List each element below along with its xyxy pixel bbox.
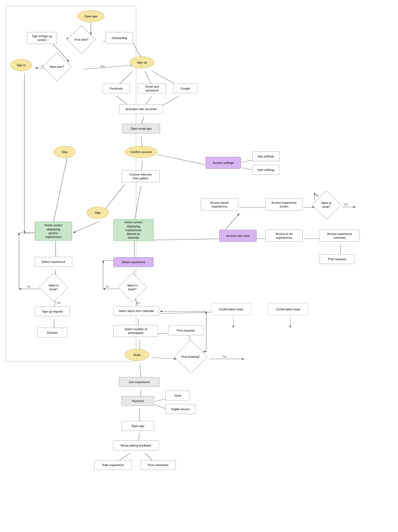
email-password-node: Email andpassword: [138, 84, 166, 93]
digital-service-label: Digital service: [171, 407, 190, 411]
want-to-book2-label: Want tobook?: [49, 283, 59, 291]
confirmation-toast1-label: Confirmation toast: [219, 307, 243, 311]
activation-link-node: Activation link via email: [119, 104, 163, 114]
access-settings-node: Access settings: [206, 157, 241, 169]
access-user-area-node: Access user area: [219, 230, 257, 242]
digital-service-node: Digital service: [165, 404, 195, 414]
facebook-label: Facebook: [110, 87, 123, 90]
skip1-label: Skip: [62, 150, 67, 154]
want-to-book1-diamond: Want tobook?: [311, 197, 341, 213]
confirm-account-node: Confirm account: [125, 146, 157, 158]
select-days-node: Select day/s from calendar: [113, 306, 159, 316]
new-user-diamond: New user?: [42, 59, 72, 74]
google-label: Google: [180, 87, 190, 90]
sign-in-label: Sign in: [17, 63, 26, 67]
post-requests1-node: Post requests: [320, 254, 355, 264]
book-node: Book: [125, 349, 149, 361]
access-user-area-label: Access user area: [227, 234, 250, 238]
first-booking-label: First booking?: [181, 355, 200, 359]
confirmation-toast2-node: Confirmation toast: [268, 303, 308, 315]
home-filtered-node: Home screendisplayingexperiencesfiltered…: [113, 219, 154, 241]
select-exp2-label: Select experience: [122, 260, 145, 264]
access-exp-screen-label: Access experiencescreen: [272, 201, 297, 209]
want-to-book2-diamond: Want tobook?: [39, 279, 69, 295]
access-exp-summary-node: Access experiencesummary: [320, 230, 360, 242]
want-to-book3-label: Want tobook?: [127, 283, 138, 291]
access-todo-exp-label: Access to-doexperiences: [275, 232, 293, 240]
svg-line-17: [160, 96, 179, 107]
open-app-label: Open app: [84, 14, 97, 18]
rate-exp-label: Rate experience: [102, 463, 124, 467]
access-exp-summary-label: Access experiencesummary: [327, 232, 352, 240]
home-generic-node: Home screendisplayinggenericexperiences: [35, 222, 72, 241]
flowchart-canvas: No Yes No Yes: [0, 0, 398, 532]
post-requests2-node: Post requests: [168, 326, 203, 335]
svg-line-79: [160, 312, 214, 314]
svg-line-21: [157, 155, 209, 165]
skip1-node: Skip: [54, 146, 75, 158]
choose-interests-label: Choose interestsfrom gallery: [129, 173, 152, 180]
svg-line-62: [152, 358, 176, 359]
first-time-label: First time?: [74, 37, 88, 41]
skip2-label: Skip: [95, 211, 100, 215]
open-app2-label: Open app: [131, 424, 144, 428]
sign-up-request-node: Sign up request: [35, 307, 70, 316]
onboarding-node: Onboarding: [106, 32, 133, 44]
post-requests1-label: Post requests: [328, 257, 346, 261]
confirmation-toast2-label: Confirmation toast: [276, 307, 300, 311]
home-generic-label: Home screendisplayinggenericexperiences: [44, 223, 62, 239]
modal-feedback-label: Modal asking feedback: [121, 444, 151, 447]
post-comments-label: Post comments: [148, 463, 168, 467]
first-time-diamond: First time?: [66, 32, 96, 47]
user-settings-node: User settings: [252, 165, 279, 175]
app-settings-node: App settings: [252, 151, 279, 161]
sign-in-sign-up-node: Sign in/Sign upscreen: [27, 32, 57, 44]
user-settings-label: User settings: [257, 168, 275, 172]
home-filtered-label: Home screendisplayingexperiencesfiltered…: [125, 220, 142, 240]
facebook-node: Facebook: [103, 84, 130, 93]
svg-text:No: No: [316, 194, 319, 197]
cash-label: Cash: [174, 394, 181, 397]
open-email-app-node: Open email app: [122, 124, 160, 133]
access-saved-exp-node: Access savedexperiences: [201, 199, 238, 211]
payment-node: Payment: [122, 396, 154, 406]
access-todo-exp-node: Access to-doexperiences: [265, 230, 303, 242]
live-exp-label: Live experience: [129, 380, 149, 384]
svg-text:Yes: Yes: [343, 203, 348, 206]
live-exp-node: Live experience: [119, 377, 160, 387]
dismiss-node: Dismiss: [37, 328, 67, 337]
svg-line-30: [152, 239, 222, 240]
access-settings-label: Access settings: [213, 161, 234, 165]
access-exp-screen-node: Access experiencescreen: [265, 199, 303, 211]
sign-up-node: Sign up: [130, 56, 154, 68]
open-email-app-label: Open email app: [130, 127, 152, 130]
svg-text:Yes: Yes: [222, 355, 227, 358]
open-app2-node: Open app: [122, 421, 154, 431]
sign-in-node: Sign in: [10, 59, 32, 71]
google-node: Google: [173, 84, 198, 93]
select-participants-label: Select number ofparticipants: [125, 327, 147, 335]
book-label: Book: [133, 353, 140, 357]
skip2-node: Skip: [87, 207, 109, 219]
want-to-book1-label: Want tobook?: [321, 201, 332, 209]
first-booking-diamond: First booking?: [173, 349, 208, 365]
confirmation-toast1-node: Confirmation toast: [211, 303, 251, 315]
dismiss-label: Dismiss: [47, 331, 58, 335]
select-participants-node: Select number ofparticipants: [113, 325, 158, 337]
post-comments-node: Post comments: [141, 460, 176, 470]
confirm-account-label: Confirm account: [130, 150, 152, 154]
select-exp2-node: Select experience: [113, 257, 154, 267]
access-saved-exp-label: Access savedexperiences: [210, 201, 229, 209]
rate-exp-node: Rate experience: [94, 460, 132, 470]
cash-node: Cash: [165, 391, 190, 400]
select-days-label: Select day/s from calendar: [119, 309, 154, 313]
svg-text:Yes: Yes: [136, 301, 140, 304]
open-app-node: Open app: [77, 10, 104, 22]
select-exp1-node: Select experience: [35, 257, 72, 267]
sign-in-sign-up-label: Sign in/Sign upscreen: [32, 34, 52, 42]
sign-up-label: Sign up: [137, 60, 147, 64]
new-user-label: New user?: [50, 65, 64, 68]
modal-feedback-node: Modal asking feedback: [113, 441, 159, 450]
want-to-book3-diamond: Want tobook?: [117, 279, 147, 295]
post-requests2-label: Post requests: [177, 329, 195, 332]
